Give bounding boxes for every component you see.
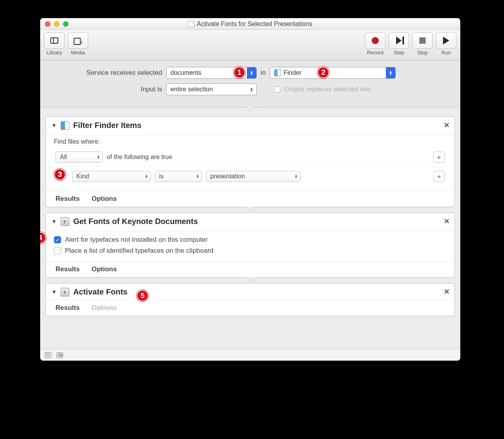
log-view-button[interactable] xyxy=(45,352,51,358)
stop-button[interactable] xyxy=(412,32,433,49)
annotation-5: 5 xyxy=(137,290,148,302)
media-button[interactable] xyxy=(68,32,88,49)
run-label: Run xyxy=(441,50,451,56)
add-rule-button[interactable]: ＋ xyxy=(433,171,445,182)
stop-label: Stop xyxy=(417,50,428,56)
alert-typefaces-checkbox[interactable]: ✓ xyxy=(54,236,61,243)
find-files-prompt: Find files where: xyxy=(54,138,447,145)
clipboard-typefaces-label: Place a list of identified typefaces on … xyxy=(65,247,213,255)
disclosure-triangle[interactable]: ▼ xyxy=(52,122,57,128)
add-condition-button[interactable]: ＋ xyxy=(433,152,445,163)
document-icon xyxy=(188,21,195,27)
toolbar-left: Library Media xyxy=(44,32,88,56)
play-icon xyxy=(443,37,449,44)
annotation-4: 4 xyxy=(40,232,46,244)
step-button[interactable] xyxy=(389,32,409,49)
variables-view-button[interactable] xyxy=(57,352,63,358)
action-title: Filter Finder Items xyxy=(73,121,141,130)
font-icon: F xyxy=(61,288,69,296)
action-title: Activate Fonts xyxy=(73,287,128,296)
action-get-fonts: 4 ▼ F Get Fonts of Keynote Documents ✕ ✓… xyxy=(46,213,455,278)
window-title: Activate Fonts for Selected Presentation… xyxy=(40,20,460,28)
connector-notch xyxy=(46,207,455,213)
disclosure-triangle[interactable]: ▼ xyxy=(52,289,57,295)
options-button[interactable]: Options xyxy=(91,195,117,203)
step-label: Step xyxy=(394,50,404,56)
annotation-1: 1 xyxy=(233,67,245,78)
output-replaces-label: Output replaces selected text xyxy=(284,85,371,93)
record-label: Record xyxy=(367,50,384,56)
disclosure-triangle[interactable]: ▼ xyxy=(52,219,57,224)
rule-value-select[interactable]: presentation▲▼ xyxy=(206,171,300,182)
annotation-2: 2 xyxy=(317,67,329,78)
options-button: Options xyxy=(91,304,117,312)
record-button[interactable] xyxy=(365,32,385,49)
workflow-canvas[interactable]: ▼ Filter Finder Items ✕ Find files where… xyxy=(40,113,460,349)
library-label: Library xyxy=(46,50,62,56)
library-button[interactable] xyxy=(44,32,65,49)
stop-icon xyxy=(419,37,426,44)
statusbar xyxy=(40,349,460,361)
record-icon xyxy=(372,37,379,44)
alert-typefaces-label: Alert for typefaces not installed on thi… xyxy=(65,236,208,244)
library-icon xyxy=(50,37,58,44)
finder-icon xyxy=(61,121,69,130)
input-is-value: entire selection xyxy=(170,86,213,93)
in-label: in xyxy=(261,69,266,77)
annotation-3: 3 xyxy=(54,169,66,180)
media-label: Media xyxy=(71,50,85,56)
toolbar: Library Media Record Step Stop Run xyxy=(40,30,460,61)
results-button[interactable]: Results xyxy=(56,265,80,273)
results-button[interactable]: Results xyxy=(56,304,80,312)
rule-operator-select[interactable]: is▲▼ xyxy=(155,171,202,182)
media-icon xyxy=(74,37,82,44)
automator-window: Activate Fonts for Selected Presentation… xyxy=(40,18,460,361)
remove-action-button[interactable]: ✕ xyxy=(444,217,450,226)
finder-icon xyxy=(274,69,281,76)
window-title-text: Activate Fonts for Selected Presentation… xyxy=(197,20,312,28)
connector-notch xyxy=(46,278,455,283)
service-config: Service receives selected documents ▲▼ 1… xyxy=(40,61,460,107)
remove-action-button[interactable]: ✕ xyxy=(444,287,450,296)
run-button[interactable] xyxy=(436,32,456,49)
rule-attribute-select[interactable]: Kind▲▼ xyxy=(72,171,151,182)
titlebar: Activate Fonts for Selected Presentation… xyxy=(40,18,460,30)
font-icon: F xyxy=(61,217,69,226)
options-button[interactable]: Options xyxy=(91,265,117,273)
receives-label: Service receives selected xyxy=(64,69,162,77)
app-select[interactable]: Finder ▲▼ 2 xyxy=(270,67,396,79)
clipboard-typefaces-checkbox[interactable] xyxy=(54,247,61,254)
input-is-select[interactable]: entire selection ▲▼ xyxy=(166,83,257,95)
step-icon xyxy=(396,37,402,44)
remove-action-button[interactable]: ✕ xyxy=(444,121,450,130)
receives-select[interactable]: documents ▲▼ 1 xyxy=(166,67,257,79)
results-button[interactable]: Results xyxy=(56,195,80,203)
toolbar-right: Record Step Stop Run xyxy=(365,32,456,56)
action-activate-fonts: ▼ F Activate Fonts 5 ✕ Results Options xyxy=(46,283,455,316)
match-scope-select[interactable]: All▲▼ xyxy=(56,152,103,163)
app-value: Finder xyxy=(284,69,386,76)
connector-notch xyxy=(40,107,460,113)
action-title: Get Fonts of Keynote Documents xyxy=(73,217,198,226)
output-replaces-checkbox xyxy=(274,86,280,93)
input-is-label: Input is xyxy=(64,85,162,93)
action-filter-finder-items: ▼ Filter Finder Items ✕ Find files where… xyxy=(46,117,455,207)
match-suffix: of the following are true xyxy=(107,154,172,161)
receives-value: documents xyxy=(170,69,201,76)
